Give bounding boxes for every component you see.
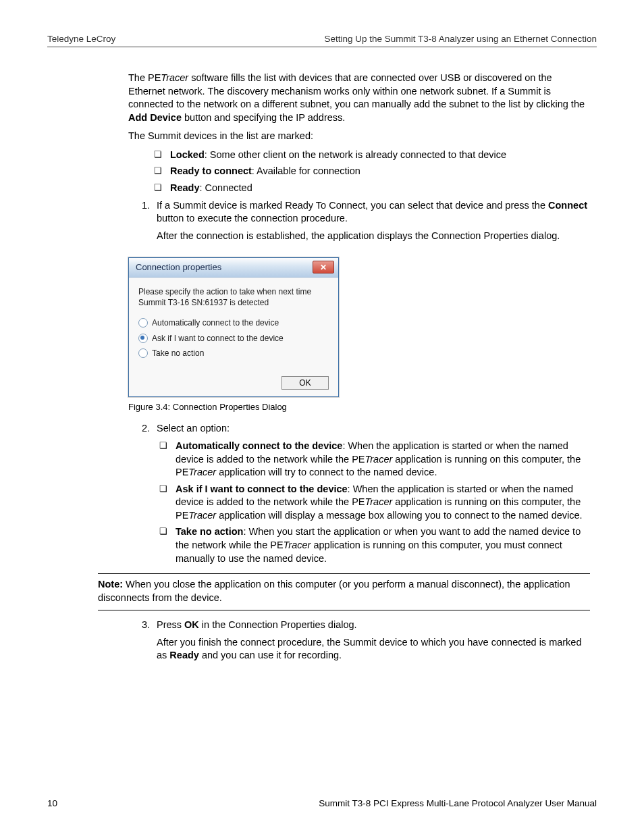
radio-icon <box>138 348 148 358</box>
ok-button[interactable]: OK <box>281 376 329 390</box>
intro-paragraph-1: The PETracer software fills the list wit… <box>128 72 590 124</box>
footer-title: Summit T3-8 PCI Express Multi-Lane Proto… <box>319 798 597 808</box>
list-item: Ask if I want to connect to the device: … <box>159 483 590 523</box>
list-item: Locked: Some other client on the network… <box>154 149 590 162</box>
option-list: Automatically connect to the device: Whe… <box>159 440 590 565</box>
radio-icon <box>138 334 148 343</box>
radio-icon <box>138 318 148 328</box>
list-item: Automatically connect to the device: Whe… <box>159 440 590 479</box>
note-label: Note: <box>98 579 123 590</box>
header-right: Setting Up the Summit T3-8 Analyzer usin… <box>325 34 597 44</box>
radio-label: Take no action <box>152 348 204 359</box>
list-item: Ready to connect: Available for connecti… <box>154 165 590 178</box>
list-item: Ready: Connected <box>154 182 590 195</box>
step-1: If a Summit device is marked Ready To Co… <box>153 199 590 243</box>
radio-row-auto[interactable]: Automatically connect to the device <box>138 317 329 328</box>
page-header: Teledyne LeCroy Setting Up the Summit T3… <box>47 34 597 47</box>
page-number: 10 <box>47 798 57 808</box>
connection-properties-dialog: Connection properties ✕ Please specify t… <box>128 257 339 397</box>
step-2: Select an option: Automatically connect … <box>153 422 590 565</box>
step-list-cont2: Press OK in the Connection Properties di… <box>143 619 590 662</box>
close-button[interactable]: ✕ <box>313 261 334 273</box>
header-left: Teledyne LeCroy <box>47 34 115 44</box>
note-box: Note: When you close the application on … <box>98 573 590 610</box>
radio-row-ask[interactable]: Ask if I want to connect to the device <box>138 333 329 344</box>
dialog-titlebar: Connection properties ✕ <box>129 258 338 278</box>
dialog-title-text: Connection properties <box>136 261 221 273</box>
step-1-after: After the connection is established, the… <box>157 230 590 243</box>
step-3-after: After you finish the connect procedure, … <box>157 636 590 662</box>
close-icon: ✕ <box>320 263 327 271</box>
device-mark-list: Locked: Some other client on the network… <box>154 149 590 195</box>
radio-label: Ask if I want to connect to the device <box>152 333 284 344</box>
radio-label: Automatically connect to the device <box>152 317 279 328</box>
intro-paragraph-2: The Summit devices in the list are marke… <box>128 130 590 143</box>
radio-row-none[interactable]: Take no action <box>138 348 329 359</box>
dialog-body: Please specify the action to take when n… <box>129 278 338 396</box>
step-list-cont: Select an option: Automatically connect … <box>143 422 590 565</box>
page-footer: 10 Summit T3-8 PCI Express Multi-Lane Pr… <box>47 798 597 808</box>
figure-caption: Figure 3.4: Connection Properties Dialog <box>128 401 590 413</box>
step-3: Press OK in the Connection Properties di… <box>153 619 590 662</box>
step-list: If a Summit device is marked Ready To Co… <box>143 199 590 243</box>
note-text: When you close the application on this c… <box>98 579 570 603</box>
list-item: Take no action: When you start the appli… <box>159 525 590 565</box>
dialog-message: Please specify the action to take when n… <box>138 287 329 308</box>
